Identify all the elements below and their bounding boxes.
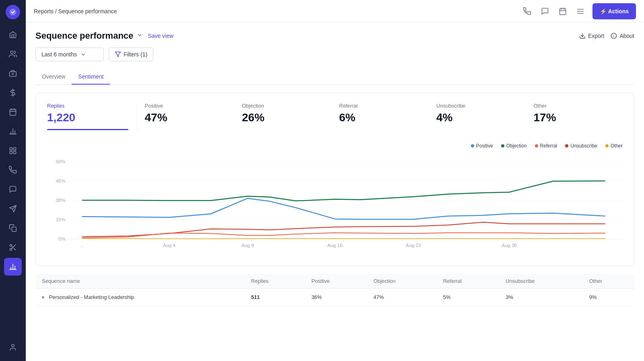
legend-positive: Positive (471, 143, 493, 149)
legend-other: Other (605, 143, 623, 149)
table-header-row: Sequence name Replies Positive Objection… (35, 274, 634, 288)
col-header-positive: Positive (305, 274, 367, 288)
col-header-other: Other (583, 274, 634, 288)
filters-row: Last 6 months Filters (1) (35, 48, 634, 61)
svg-rect-15 (14, 148, 16, 150)
expand-icon[interactable]: ▾ (42, 295, 44, 300)
sidebar-item-send[interactable] (4, 200, 22, 218)
stat-unsubscribe-value: 4% (436, 111, 518, 124)
legend-objection: Objection (501, 143, 527, 149)
chart-legend: Positive Objection Referral Unsubscribe (47, 143, 623, 149)
stat-positive-value: 47% (145, 111, 226, 124)
about-button[interactable]: About (611, 33, 634, 39)
filter-icon (115, 51, 121, 58)
topbar: Reports / Sequence performance ⚡ Actions (26, 0, 644, 23)
app-logo[interactable] (6, 5, 20, 19)
export-button[interactable]: Export (579, 33, 604, 39)
col-header-objection: Objection (367, 274, 437, 288)
col-unsubscribe-value: 3% (499, 288, 582, 306)
sidebar (0, 0, 26, 361)
col-header-unsubscribe: Unsubscribe (499, 274, 582, 288)
actions-button[interactable]: ⚡ Actions (592, 3, 636, 19)
svg-text:Aug 23: Aug 23 (406, 243, 421, 248)
stat-underline (47, 129, 128, 130)
svg-rect-31 (560, 8, 566, 15)
svg-text:45%: 45% (56, 178, 66, 183)
sidebar-item-user[interactable] (4, 338, 22, 356)
sidebar-item-chat[interactable] (4, 180, 22, 198)
tab-overview[interactable]: Overview (35, 69, 72, 85)
tabs-container: Overview Sentiment (35, 69, 634, 85)
stat-referral-label: Referral (339, 103, 421, 109)
col-referral-value: 5% (437, 288, 500, 306)
positive-dot (471, 144, 474, 147)
svg-text:60%: 60% (56, 159, 66, 164)
sidebar-item-reports[interactable] (4, 258, 22, 276)
sidebar-item-home[interactable] (4, 26, 22, 44)
col-objection-value: 47% (367, 288, 437, 306)
menu-icon-btn[interactable] (573, 4, 588, 19)
save-view-button[interactable]: Save view (148, 33, 173, 39)
title-chevron-icon[interactable] (136, 32, 143, 40)
topbar-icons (520, 4, 588, 19)
chat-icon-btn[interactable] (538, 4, 552, 19)
stat-unsubscribe-label: Unsubscribe (436, 103, 518, 109)
legend-referral: Referral (535, 143, 557, 149)
breadcrumb: Reports / Sequence performance (34, 8, 515, 15)
col-other-value: 9% (583, 288, 634, 306)
chevron-down-icon (80, 51, 87, 58)
referral-line (82, 233, 605, 238)
unsubscribe-dot (565, 144, 568, 147)
svg-text:...: ... (80, 243, 84, 248)
calendar-icon-btn[interactable] (555, 4, 570, 19)
svg-rect-14 (10, 148, 12, 150)
stat-referral: Referral 6% (331, 103, 429, 130)
col-header-referral: Referral (437, 274, 500, 288)
sidebar-item-scissors[interactable] (4, 239, 22, 256)
stat-replies-value: 1,220 (47, 111, 128, 124)
line-chart: 60% 45% 30% 15% 0% ... Aug 4 Aug 9 Aug 1… (47, 154, 623, 250)
sidebar-item-phone[interactable] (4, 161, 22, 179)
phone-icon-btn[interactable] (520, 4, 535, 19)
svg-point-0 (10, 9, 17, 16)
svg-text:15%: 15% (56, 217, 66, 222)
sidebar-item-briefcase[interactable] (4, 64, 22, 82)
stat-objection-label: Objection (242, 103, 323, 109)
svg-point-1 (10, 51, 13, 54)
stat-replies-label: Replies (47, 103, 128, 109)
stat-referral-value: 6% (339, 111, 421, 124)
objection-line (82, 181, 605, 201)
date-range-select[interactable]: Last 6 months (35, 48, 104, 61)
svg-text:0%: 0% (58, 237, 65, 241)
svg-text:Aug 30: Aug 30 (502, 243, 517, 248)
sidebar-item-calendar[interactable] (4, 103, 22, 121)
col-sequence-name: ▾ Personalized - Marketing Leadership (35, 288, 245, 306)
stat-positive: Positive 47% (137, 103, 234, 130)
col-positive-value: 36% (305, 288, 367, 306)
sidebar-item-grid[interactable] (4, 142, 22, 160)
stat-other-label: Other (534, 103, 615, 109)
filters-button[interactable]: Filters (1) (109, 48, 153, 61)
info-icon (611, 33, 617, 39)
sidebar-item-contacts[interactable] (4, 45, 22, 63)
tab-sentiment[interactable]: Sentiment (72, 69, 110, 85)
svg-text:Aug 4: Aug 4 (163, 243, 176, 248)
stat-other: Other 17% (526, 103, 623, 130)
col-header-name: Sequence name (35, 274, 245, 288)
stat-objection-value: 26% (242, 111, 323, 124)
page-title-group: Sequence performance Save view (35, 31, 173, 41)
stat-objection: Objection 26% (234, 103, 331, 130)
svg-marker-42 (115, 52, 120, 57)
header-actions: Export About (579, 33, 634, 39)
sequence-table: Sequence name Replies Positive Objection… (35, 274, 634, 306)
stats-card: Replies 1,220 Positive 47% Objection 26%… (35, 93, 634, 266)
referral-dot (535, 144, 538, 147)
svg-rect-17 (10, 151, 12, 154)
objection-dot (501, 144, 504, 147)
sidebar-item-chartbar[interactable] (4, 122, 22, 140)
stats-row: Replies 1,220 Positive 47% Objection 26%… (47, 103, 623, 137)
sidebar-item-dollar[interactable] (4, 84, 22, 102)
page-header: Sequence performance Save view Export Ab… (35, 31, 634, 41)
col-header-replies: Replies (245, 274, 305, 288)
sidebar-item-copy[interactable] (4, 219, 22, 237)
